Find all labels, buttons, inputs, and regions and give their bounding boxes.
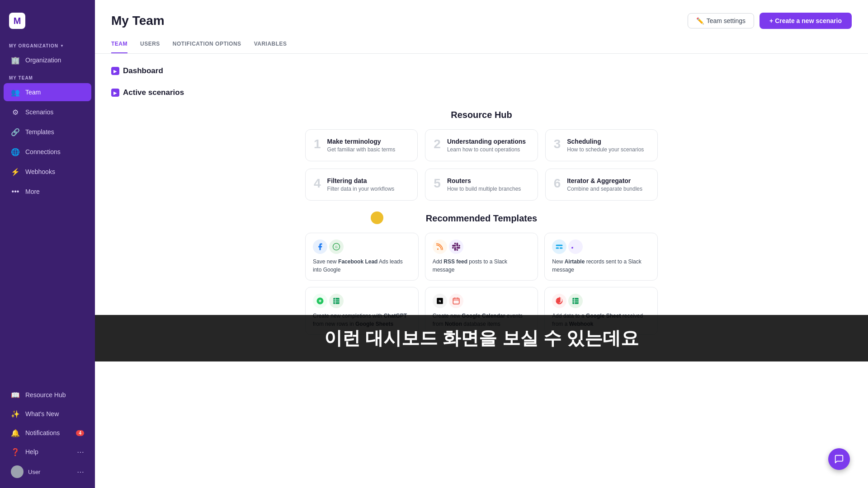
whats-new-icon: ✨ <box>11 409 20 418</box>
sidebar-item-label: Organization <box>25 56 61 64</box>
sidebar-item-label: Notifications <box>25 429 60 436</box>
template-icons-6 <box>552 294 650 308</box>
svg-text:G: G <box>335 245 338 249</box>
resource-card-title-1: Make terminology <box>327 138 410 145</box>
connections-icon: 🌐 <box>11 147 20 156</box>
help-more-icon[interactable]: ⋯ <box>77 448 84 456</box>
svg-text:N: N <box>439 300 441 303</box>
tab-notification-options[interactable]: NOTIFICATION OPTIONS <box>173 41 241 53</box>
template-card-2[interactable]: Add RSS feed posts to a Slack message <box>425 233 538 281</box>
notification-badge: 4 <box>76 430 84 436</box>
resource-card-2[interactable]: 2 Understanding operations Learn how to … <box>425 129 538 161</box>
active-scenarios-collapse-icon[interactable]: ▶ <box>111 89 119 97</box>
template-icon-airtable <box>552 239 566 254</box>
sidebar-item-webhooks[interactable]: ⚡ Webhooks <box>4 163 91 181</box>
template-icon-slack <box>449 239 463 254</box>
template-icon-webhook <box>552 294 566 308</box>
sidebar-item-scenarios[interactable]: ⚙ Scenarios <box>4 103 91 121</box>
organization-icon: 🏢 <box>11 56 20 65</box>
svg-rect-17 <box>573 298 579 304</box>
sidebar-item-organization[interactable]: 🏢 Organization <box>4 51 91 69</box>
resource-num-2: 2 <box>434 138 441 150</box>
svg-point-2 <box>437 249 439 250</box>
topbar: My Team ✏️ Team settings + Create a new … <box>95 0 868 29</box>
resource-card-desc-1: Get familiar with basic terms <box>327 146 410 153</box>
create-scenario-button[interactable]: + Create a new scenario <box>760 13 852 29</box>
more-icon: ••• <box>11 187 20 196</box>
sidebar-item-connections[interactable]: 🌐 Connections <box>4 143 91 161</box>
resource-card-4[interactable]: 4 Filtering data Filter data in your wor… <box>305 169 418 201</box>
resource-card-5[interactable]: 5 Routers How to build multiple branches <box>425 169 538 201</box>
template-icon-facebook <box>313 239 327 254</box>
logo-icon[interactable]: M <box>9 13 25 29</box>
chat-button[interactable] <box>828 448 850 470</box>
resource-card-title-5: Routers <box>447 177 529 184</box>
sidebar-item-label: Help <box>25 448 38 455</box>
user-name: User <box>28 469 72 475</box>
resource-card-title-4: Filtering data <box>327 177 410 184</box>
notifications-icon: 🔔 <box>11 428 20 437</box>
template-icons-1: G <box>313 239 411 254</box>
user-more-icon[interactable]: ⋯ <box>77 468 84 476</box>
resource-card-title-2: Understanding operations <box>447 138 529 145</box>
sidebar-item-whats-new[interactable]: ✨ What's New <box>4 405 91 423</box>
svg-rect-3 <box>556 245 563 246</box>
user-avatar <box>11 465 24 478</box>
resource-num-5: 5 <box>434 177 441 190</box>
resource-hub-icon: 📖 <box>11 390 20 399</box>
template-icons-5: N <box>433 294 531 308</box>
sidebar-item-label: More <box>25 188 40 195</box>
sidebar-item-label: Templates <box>25 128 54 136</box>
resource-hub-title: Resource Hub <box>111 110 852 120</box>
active-scenarios-title: Active scenarios <box>123 88 184 97</box>
svg-rect-7 <box>333 298 340 304</box>
sidebar-item-label: Team <box>25 89 41 96</box>
resource-card-title-3: Scheduling <box>567 138 649 145</box>
resource-card-1[interactable]: 1 Make terminology Get familiar with bas… <box>305 129 418 161</box>
resource-cards: 1 Make terminology Get familiar with bas… <box>305 129 658 201</box>
dashboard-section: ▶ Dashboard <box>111 66 852 75</box>
template-icons-2 <box>433 239 531 254</box>
tab-team[interactable]: TEAM <box>111 41 127 53</box>
sidebar-item-team[interactable]: 👥 Team <box>4 83 91 101</box>
resource-hub-section: Resource Hub 1 Make terminology Get fami… <box>111 110 852 201</box>
user-profile[interactable]: User ⋯ <box>4 462 91 482</box>
team-icon: 👥 <box>11 88 20 97</box>
active-scenarios-header: ▶ Active scenarios <box>111 88 852 97</box>
dashboard-collapse-icon[interactable]: ▶ <box>111 67 119 75</box>
template-card-1[interactable]: G Save new Facebook Lead Ads leads into … <box>305 233 419 281</box>
recommended-templates-title: Recommended Templates <box>111 213 852 224</box>
dashboard-title: Dashboard <box>123 66 163 75</box>
resource-card-desc-6: Combine and separate bundles <box>567 186 649 192</box>
sidebar-item-help[interactable]: ❓ Help ⋯ <box>4 443 91 461</box>
sidebar-item-resource-hub[interactable]: 📖 Resource Hub <box>4 386 91 404</box>
sidebar-item-more[interactable]: ••• More <box>4 183 91 201</box>
overlay-banner: 이런 대시보드 화면을 보실 수 있는데요 <box>95 315 868 361</box>
template-icon-slack2 <box>568 239 583 254</box>
tab-users[interactable]: USERS <box>140 41 160 53</box>
settings-icon: ✏️ <box>696 17 704 24</box>
resource-card-6[interactable]: 6 Iterator & Aggregator Combine and sepa… <box>545 169 658 201</box>
topbar-actions: ✏️ Team settings + Create a new scenario <box>688 13 852 29</box>
chat-icon <box>834 454 844 464</box>
team-settings-button[interactable]: ✏️ Team settings <box>688 13 754 28</box>
page-title: My Team <box>111 14 165 28</box>
sidebar-logo: M <box>0 0 95 38</box>
sidebar-item-label: Resource Hub <box>25 391 66 399</box>
template-icon-sheets <box>329 294 344 308</box>
tab-bar: TEAM USERS NOTIFICATION OPTIONS VARIABLE… <box>95 33 868 54</box>
sidebar-item-label: What's New <box>25 410 59 418</box>
resource-card-desc-4: Filter data in your workflows <box>327 186 410 192</box>
template-card-3[interactable]: New Airtable records sent to a Slack mes… <box>544 233 658 281</box>
webhooks-icon: ⚡ <box>11 167 20 176</box>
resource-num-4: 4 <box>314 177 321 190</box>
tab-variables[interactable]: VARIABLES <box>254 41 287 53</box>
template-icon-google: G <box>329 239 344 254</box>
sidebar-item-templates[interactable]: 🔗 Templates <box>4 123 91 141</box>
org-arrow: ▼ <box>60 44 64 48</box>
template-icon-calendar <box>449 294 463 308</box>
sidebar-item-label: Webhooks <box>25 168 55 175</box>
svg-rect-13 <box>453 298 459 304</box>
resource-card-3[interactable]: 3 Scheduling How to schedule your scenar… <box>545 129 658 161</box>
sidebar-item-notifications[interactable]: 🔔 Notifications 4 <box>4 424 91 442</box>
